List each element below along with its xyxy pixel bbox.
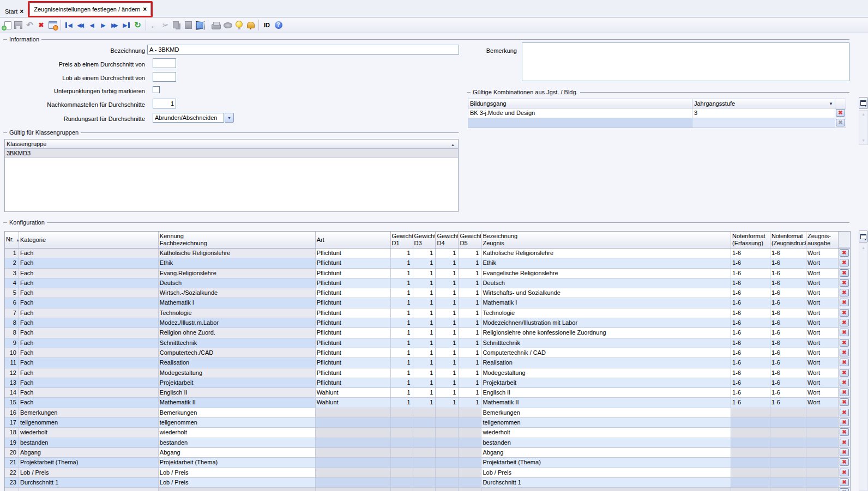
cell-bezeichnung-zeugnis[interactable]: Wirtschafts- und Sozialkunde xyxy=(481,288,731,298)
new-record-icon[interactable] xyxy=(1,20,13,31)
nav-prev-icon[interactable] xyxy=(86,20,98,31)
column-header-klassengruppe[interactable]: Klassengruppe xyxy=(5,140,458,149)
cell-gewicht-d5[interactable]: 1 xyxy=(459,368,481,378)
cell-art[interactable]: Pflichtunt xyxy=(316,278,391,288)
cell-bezeichnung-zeugnis[interactable]: Projektarbeit xyxy=(481,378,731,388)
cell-notenformat-erfassung[interactable]: 1-6 xyxy=(731,328,770,338)
cell-gewicht-d1[interactable]: 1 xyxy=(391,338,413,348)
cell-bezeichnung-zeugnis[interactable]: wiederholt xyxy=(481,428,731,438)
cell-kennung[interactable]: wiederholt xyxy=(159,428,316,438)
cell-art[interactable]: Pflichtunt xyxy=(316,368,391,378)
konfiguration-scrollbar[interactable]: ▲ xyxy=(859,244,868,491)
column-header-gewicht[interactable]: GewichtD3 xyxy=(413,232,436,248)
cell-gewicht-d3[interactable]: 1 xyxy=(413,308,436,318)
cell-gewicht-d1[interactable]: 1 xyxy=(391,248,413,258)
column-header-bezeichnung[interactable]: BezeichnungZeugnis xyxy=(481,232,731,248)
cell-gewicht-d4[interactable]: 1 xyxy=(436,328,459,338)
cell-art[interactable]: Wahlunt xyxy=(316,388,391,398)
delete-row-button[interactable] xyxy=(840,289,849,296)
cell-notenformat-zeugnisdruck[interactable]: 1-6 xyxy=(770,368,806,378)
cell-gewicht-d3[interactable]: 1 xyxy=(413,368,436,378)
cell-gewicht-d4[interactable]: 1 xyxy=(436,308,459,318)
tab-close-icon[interactable] xyxy=(20,8,23,15)
cell-kennung[interactable]: Lob / Preis xyxy=(159,478,316,488)
cell-gewicht-d3[interactable]: 1 xyxy=(413,269,436,278)
cell-notenformat-zeugnisdruck[interactable]: 1-6 xyxy=(770,288,806,298)
cell-bezeichnung-zeugnis[interactable]: Abgang xyxy=(481,448,731,458)
cell-gewicht-d5[interactable]: 1 xyxy=(459,398,481,408)
cell-notenformat-zeugnisdruck[interactable]: 1-6 xyxy=(770,318,806,328)
cell-gewicht-d5[interactable]: 1 xyxy=(459,298,481,308)
cell-gewicht-d1[interactable]: 1 xyxy=(391,288,413,298)
hint-icon[interactable] xyxy=(233,20,245,31)
cell-kennung[interactable]: bestanden xyxy=(159,438,316,448)
delete-row-button[interactable] xyxy=(840,389,849,396)
column-header-kategorie[interactable]: Kategorie xyxy=(19,232,159,248)
cell-notenformat-zeugnisdruck[interactable]: 1-6 xyxy=(770,328,806,338)
cell-gewicht-d1[interactable]: 1 xyxy=(391,368,413,378)
cell-gewicht-d1[interactable]: 1 xyxy=(391,278,413,288)
delete-row-button[interactable] xyxy=(840,319,849,326)
cell-bezeichnung-zeugnis[interactable]: Englisch II xyxy=(481,388,731,398)
cell-gewicht-d4[interactable]: 1 xyxy=(436,388,459,398)
cell-zeugnisausgabe[interactable]: Wort xyxy=(806,398,839,408)
cell-zeugnisausgabe[interactable]: Wort xyxy=(806,348,839,358)
disc-icon[interactable] xyxy=(222,20,233,31)
column-header-nr-[interactable]: Nr. xyxy=(5,232,19,248)
cell-notenformat-erfassung[interactable]: 1-6 xyxy=(731,278,770,288)
cell-zeugnisausgabe[interactable]: Wort xyxy=(806,328,839,338)
cell-gewicht-d3[interactable]: 1 xyxy=(413,388,436,398)
cell-gewicht-d5[interactable]: 1 xyxy=(459,348,481,358)
cell-notenformat-erfassung[interactable]: 1-6 xyxy=(731,388,770,398)
column-header-art[interactable]: Art xyxy=(316,232,391,248)
cell-gewicht-d4[interactable]: 1 xyxy=(436,269,459,278)
column-header-kennung[interactable]: KennungFachbezeichnung xyxy=(159,232,316,248)
cell-bezeichnung-zeugnis[interactable]: teilgenommen xyxy=(481,418,731,428)
cell-gewicht-d5[interactable]: 1 xyxy=(459,269,481,278)
cell-gewicht-d5[interactable]: 1 xyxy=(459,248,481,258)
column-header-zeugnis-[interactable]: Zeugnis-ausgabe xyxy=(806,232,839,248)
edit-form-icon[interactable] xyxy=(47,20,58,31)
cell-gewicht-d4[interactable]: 1 xyxy=(436,358,459,368)
cell-kennung[interactable]: Abgang xyxy=(159,448,316,458)
cell-notenformat-zeugnisdruck[interactable]: 1-6 xyxy=(770,348,806,358)
cell-bezeichnung-zeugnis[interactable]: Realisation xyxy=(481,358,731,368)
cell-gewicht-d5[interactable]: 1 xyxy=(459,278,481,288)
cell-notenformat-erfassung[interactable]: 1-6 xyxy=(731,269,770,278)
cell-jahrgangsstufe[interactable] xyxy=(692,118,835,128)
cell-bezeichnung-zeugnis[interactable]: Modezeichnen/Illustration mit Labor xyxy=(481,318,731,328)
cell-notenformat-erfassung[interactable]: 1-6 xyxy=(731,258,770,268)
cell-bildungsgang[interactable]: BK 3-j.Mode und Design xyxy=(468,108,692,118)
rundungsart-value[interactable]: Abrunden/Abschneiden xyxy=(153,113,224,123)
cell-jahrgangsstufe[interactable]: 3 xyxy=(692,108,835,118)
cell-zeugnisausgabe[interactable]: Wort xyxy=(806,308,839,318)
cell-art[interactable]: Pflichtunt xyxy=(316,288,391,298)
bezeichnung-input[interactable] xyxy=(147,45,459,54)
nachkommastellen-input[interactable] xyxy=(153,99,176,108)
cell-gewicht-d1[interactable]: 1 xyxy=(391,298,413,308)
notify-icon[interactable] xyxy=(245,20,256,31)
column-header-gewicht[interactable]: GewichtD4 xyxy=(436,232,459,248)
cell-gewicht-d1[interactable]: 1 xyxy=(391,308,413,318)
cell-gewicht-d5[interactable]: 1 xyxy=(459,288,481,298)
cell-bezeichnung-zeugnis[interactable]: Modegestaltung xyxy=(481,368,731,378)
cell-notenformat-erfassung[interactable]: 1-6 xyxy=(731,318,770,328)
cell-kennung[interactable]: Bemerkungen xyxy=(159,408,316,418)
delete-row-button[interactable] xyxy=(840,448,849,456)
help-icon[interactable] xyxy=(273,20,284,31)
cell-gewicht-d3[interactable]: 1 xyxy=(413,398,436,408)
refresh-icon[interactable] xyxy=(132,20,143,31)
nav-fast-prev-icon[interactable] xyxy=(75,20,86,31)
cell-notenformat-erfassung[interactable]: 1-6 xyxy=(731,368,770,378)
cell-notenformat-zeugnisdruck[interactable]: 1-6 xyxy=(770,278,806,288)
cell-bezeichnung-zeugnis[interactable]: Mathematik II xyxy=(481,398,731,408)
tab-zeugniseinstellungen[interactable]: Zeugniseinstellungen festlegen / ändern xyxy=(29,3,151,16)
cell-notenformat-zeugnisdruck[interactable]: 1-6 xyxy=(770,298,806,308)
bemerkung-textarea[interactable] xyxy=(522,43,849,81)
cell-gewicht-d1[interactable]: 1 xyxy=(391,318,413,328)
paste-icon[interactable] xyxy=(183,20,194,31)
delete-row-button[interactable] xyxy=(840,249,849,257)
delete-row-button[interactable] xyxy=(840,379,849,386)
cell-gewicht-d3[interactable]: 1 xyxy=(413,288,436,298)
filter-down-icon[interactable] xyxy=(827,99,833,108)
